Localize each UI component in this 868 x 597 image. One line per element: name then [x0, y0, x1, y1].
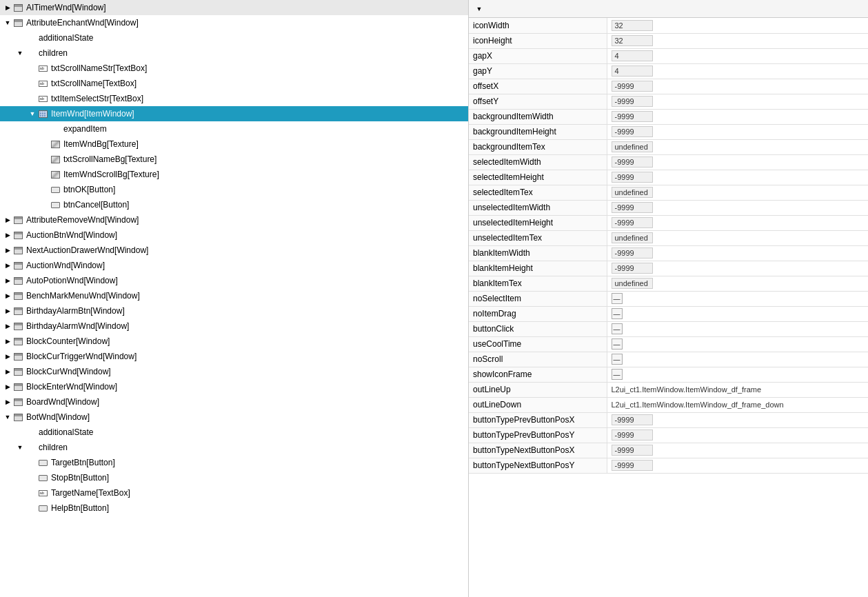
- prop-value[interactable]: 32: [607, 18, 868, 33]
- toggle-icon[interactable]: ▼: [3, 412, 12, 422]
- prop-value[interactable]: -9999: [607, 245, 868, 261]
- prop-value[interactable]: undefined: [607, 185, 868, 200]
- prop-value[interactable]: -9999: [607, 124, 868, 139]
- toggle-icon[interactable]: ▼: [3, 18, 12, 28]
- toggle-icon[interactable]: ▶: [3, 215, 12, 225]
- prop-value[interactable]: undefined: [607, 276, 868, 291]
- tree-item-attr-remove[interactable]: ▶AttributeRemoveWnd[Window]: [0, 212, 468, 227]
- tree-item-next-auction-drawer[interactable]: ▶NextAuctionDrawerWnd[Window]: [0, 243, 468, 258]
- prop-value[interactable]: -9999: [607, 154, 868, 170]
- toggle-icon[interactable]: ▶: [3, 276, 12, 285]
- prop-value[interactable]: undefined: [607, 230, 868, 245]
- tree-item-stop-btn[interactable]: StopBtn[Button]: [0, 470, 468, 485]
- prop-value[interactable]: -9999: [607, 261, 868, 276]
- prop-value-box[interactable]: undefined: [612, 187, 653, 198]
- tree-item-children[interactable]: ▼children: [0, 45, 468, 61]
- prop-value-box[interactable]: -9999: [612, 156, 653, 168]
- prop-value[interactable]: -9999: [607, 427, 868, 443]
- tree-item-txt-scroll-name[interactable]: txtScrollName[TextBox]: [0, 76, 468, 91]
- tree-item-item-wnd[interactable]: ▼ItemWnd[ItemWindow]: [0, 106, 468, 121]
- prop-value[interactable]: -9999: [607, 94, 868, 109]
- prop-value[interactable]: L2ui_ct1.ItemWindow.ItemWindow_df_frame_…: [607, 397, 868, 412]
- prop-value[interactable]: —: [607, 336, 868, 352]
- toggle-icon[interactable]: ▶: [3, 261, 12, 270]
- prop-value[interactable]: —: [607, 306, 868, 321]
- tree-item-auction-wnd[interactable]: ▶AuctionWnd[Window]: [0, 258, 468, 273]
- tree-item-target-name[interactable]: TargetName[TextBox]: [0, 485, 468, 500]
- tree-item-children-2[interactable]: ▼children: [0, 440, 468, 455]
- toggle-icon[interactable]: ▶: [3, 367, 12, 376]
- toggle-icon[interactable]: ▶: [3, 352, 12, 361]
- prop-value[interactable]: -9999: [607, 443, 868, 458]
- prop-value[interactable]: 4: [607, 48, 868, 63]
- prop-value-box[interactable]: -9999: [612, 202, 653, 213]
- prop-value[interactable]: -9999: [607, 109, 868, 124]
- prop-value-box[interactable]: 32: [612, 35, 653, 46]
- tree-item-help-btn[interactable]: HelpBtn[Button]: [0, 500, 468, 516]
- prop-checkbox[interactable]: —: [612, 308, 623, 319]
- prop-value-box[interactable]: -9999: [612, 429, 653, 441]
- prop-checkbox[interactable]: —: [612, 338, 623, 350]
- prop-value[interactable]: -9999: [607, 170, 868, 185]
- tree-item-ai-timer[interactable]: ▶AITimerWnd[Window]: [0, 0, 468, 15]
- prop-value[interactable]: 32: [607, 33, 868, 48]
- prop-value[interactable]: -9999: [607, 412, 868, 427]
- prop-value[interactable]: 4: [607, 63, 868, 79]
- prop-value-box[interactable]: 4: [612, 50, 653, 61]
- tree-item-block-enter-wnd[interactable]: ▶BlockEnterWnd[Window]: [0, 379, 468, 394]
- prop-checkbox[interactable]: —: [612, 354, 623, 365]
- prop-checkbox[interactable]: —: [612, 293, 623, 304]
- tree-item-txt-item-select-str[interactable]: txtItemSelectStr[TextBox]: [0, 91, 468, 106]
- prop-value-box[interactable]: -9999: [612, 247, 653, 259]
- tree-item-auction-btn[interactable]: ▶AuctionBtnWnd[Window]: [0, 227, 468, 243]
- toggle-icon[interactable]: ▶: [3, 245, 12, 255]
- tree-item-block-cur-trigger[interactable]: ▶BlockCurTriggerWnd[Window]: [0, 349, 468, 364]
- toggle-icon[interactable]: ▶: [3, 336, 12, 346]
- toggle-icon[interactable]: ▼: [15, 48, 25, 58]
- toggle-icon[interactable]: ▶: [3, 382, 12, 392]
- toggle-icon[interactable]: ▶: [3, 291, 12, 301]
- prop-value[interactable]: —: [607, 321, 868, 336]
- toggle-icon[interactable]: ▶: [3, 397, 12, 407]
- tree-item-additional-state[interactable]: additionalState: [0, 30, 468, 45]
- prop-value-box[interactable]: 4: [612, 65, 653, 77]
- toggle-icon[interactable]: ▶: [3, 3, 12, 12]
- tree-item-additional-state-2[interactable]: additionalState: [0, 425, 468, 440]
- toggle-icon[interactable]: ▼: [28, 109, 37, 119]
- tree-item-btn-ok[interactable]: btnOK[Button]: [0, 182, 468, 197]
- prop-value-box[interactable]: undefined: [612, 141, 653, 152]
- tree-item-item-wnd-bg[interactable]: ItemWndBg[Texture]: [0, 136, 468, 152]
- prop-value-box[interactable]: -9999: [612, 172, 653, 183]
- prop-value-box[interactable]: undefined: [612, 278, 653, 289]
- tree-item-txt-scroll-name-bg[interactable]: txtScrollNameBg[Texture]: [0, 152, 468, 167]
- toggle-icon[interactable]: ▶: [3, 321, 12, 331]
- tree-item-auto-potion[interactable]: ▶AutoPotionWnd[Window]: [0, 273, 468, 288]
- prop-value-box[interactable]: 32: [612, 20, 653, 31]
- toggle-icon[interactable]: ▶: [3, 230, 12, 240]
- prop-value-box[interactable]: -9999: [612, 111, 653, 122]
- tree-item-benchmark-menu[interactable]: ▶BenchMarkMenuWnd[Window]: [0, 288, 468, 303]
- prop-value[interactable]: -9999: [607, 215, 868, 230]
- tree-item-txt-scroll-name-str[interactable]: txtScrollNameStr[TextBox]: [0, 61, 468, 76]
- prop-value-box[interactable]: undefined: [612, 232, 653, 243]
- tree-item-target-btn[interactable]: TargetBtn[Button]: [0, 455, 468, 470]
- prop-value[interactable]: undefined: [607, 139, 868, 154]
- toggle-icon[interactable]: ▶: [3, 306, 12, 316]
- prop-value-box[interactable]: -9999: [612, 217, 653, 228]
- tree-item-block-counter[interactable]: ▶BlockCounter[Window]: [0, 334, 468, 349]
- prop-value-box[interactable]: -9999: [612, 445, 653, 456]
- prop-value-box[interactable]: -9999: [612, 414, 653, 425]
- prop-value[interactable]: -9999: [607, 200, 868, 215]
- prop-value[interactable]: —: [607, 367, 868, 382]
- tree-item-board-wnd[interactable]: ▶BoardWnd[Window]: [0, 394, 468, 409]
- tree-item-birthday-alarm-btn[interactable]: ▶BirthdayAlarmBtn[Window]: [0, 303, 468, 318]
- tree-item-bot-wnd[interactable]: ▼BotWnd[Window]: [0, 409, 468, 425]
- prop-value[interactable]: L2ui_ct1.ItemWindow.ItemWindow_df_frame: [607, 382, 868, 397]
- prop-value[interactable]: -9999: [607, 79, 868, 94]
- prop-value[interactable]: —: [607, 291, 868, 306]
- prop-checkbox[interactable]: —: [612, 369, 623, 380]
- tree-item-birthday-alarm-wnd[interactable]: ▶BirthdayAlarmWnd[Window]: [0, 318, 468, 334]
- prop-checkbox[interactable]: —: [612, 323, 623, 334]
- tree-item-expand-item[interactable]: expandItem: [0, 121, 468, 136]
- prop-value-box[interactable]: -9999: [612, 126, 653, 137]
